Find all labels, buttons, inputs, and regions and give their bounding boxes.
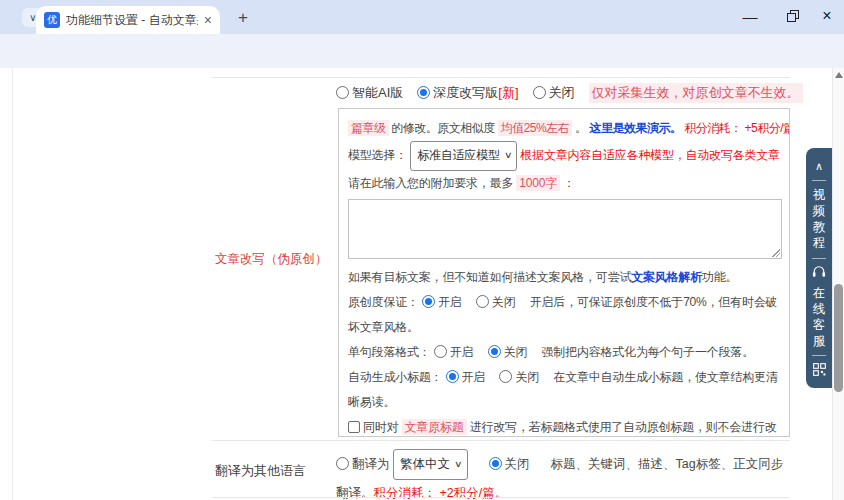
collapse-widget-button[interactable]: ∧ [815, 160, 823, 173]
language-select[interactable]: 繁体中文∨ [393, 449, 468, 480]
radio-label: 关闭 [549, 85, 575, 100]
widget-divider [812, 180, 826, 181]
rewrite-section-label: 文章改写（伪原创） [215, 251, 328, 268]
radio-mode-off[interactable]: 关闭 [533, 84, 575, 102]
radio-label: 开启 [462, 370, 486, 384]
radio-selected-icon [489, 457, 502, 470]
row-divider-top [212, 77, 790, 78]
radio-label: 翻译为 [352, 457, 390, 471]
radio-label: 关闭 [504, 345, 528, 359]
tab-title: 功能细节设置 - 自动文章采集 [66, 12, 198, 29]
close-tab-icon[interactable]: × [204, 13, 212, 27]
browser-window: ∨ 优 功能细节设置 - 自动文章采集 × + — × ← → [0, 0, 844, 500]
chevron-down-icon: ∨ [504, 143, 512, 168]
extra-req-text: ： [560, 176, 575, 190]
row-divider-middle [212, 440, 790, 441]
subheading-label: 自动生成小标题： [348, 370, 442, 384]
chapter-level-highlight: 篇章级 [348, 120, 389, 136]
radio-selected-icon [446, 370, 459, 383]
single-paragraph-label: 单句段落格式： [348, 345, 431, 359]
minimize-button[interactable]: — [735, 4, 765, 28]
style-tip-text: 功能。 [702, 270, 737, 284]
style-tip-text: 如果有目标文案，但不知道如何描述文案风格，可尝试 [348, 270, 631, 284]
title-rewrite-checkbox[interactable] [348, 421, 360, 433]
translate-section-label: 翻译为其他语言 [215, 462, 306, 480]
title-rewrite-line: 同时对 文章原标题 进行改写，若标题格式使用了自动原创标题，则不会进行改写。 [348, 415, 780, 437]
radio-label: 关闭 [505, 457, 530, 471]
tab-strip: ∨ 优 功能细节设置 - 自动文章采集 × + — × [0, 0, 844, 34]
similarity-highlight: 均值25%左右 [498, 120, 573, 136]
originality-line: 原创度保证： 开启 关闭 开启后，可保证原创度不低于70%，但有时会破坏文章风格… [348, 290, 780, 340]
mode-note: 仅对采集生效，对原创文章不生效。 [589, 83, 803, 103]
radio-label: 开启 [450, 345, 474, 359]
video-tutorial-tab[interactable]: 视频教程 [812, 187, 826, 251]
single-paragraph-note: 强制把内容格式化为每个句子一个段落。 [542, 345, 754, 359]
model-note: 根据文章内容自适应各种模型，自动改写各类文章 [520, 148, 780, 162]
scroll-up-arrow-icon[interactable] [835, 72, 843, 78]
subheading-line: 自动生成小标题： 开启 关闭 在文章中自动生成小标题，使文章结构更清晰易读。 [348, 365, 780, 415]
title-rewrite-text: 同时对 [363, 420, 402, 434]
language-select-value: 繁体中文 [400, 451, 450, 477]
widget-divider [812, 258, 826, 259]
summary-text: 的修改。原文相似度 [389, 121, 498, 135]
left-divider [12, 68, 13, 500]
qr-code-icon[interactable] [813, 363, 826, 376]
radio-single-par-on[interactable]: 开启 [434, 345, 474, 359]
rewrite-detail-box: 篇章级 的修改。原文相似度 均值25%左右 。 这里是效果演示。 积分消耗： +… [338, 108, 790, 437]
model-select-value: 标准自适应模型 [417, 143, 500, 168]
widget-divider [812, 355, 826, 356]
model-line: 模型选择： 标准自适应模型∨ 根据文章内容自适应各种模型，自动改写各类文章 [348, 141, 780, 171]
radio-subheading-on[interactable]: 开启 [446, 370, 486, 384]
restore-button[interactable] [778, 4, 808, 28]
cost-text: 积分消耗： +5积分/篇。 [681, 121, 790, 135]
radio-smart-ai[interactable]: 智能AI版 [336, 84, 403, 102]
radio-icon [476, 295, 489, 308]
radio-label: 智能AI版 [352, 85, 403, 100]
scrollbar-thumb[interactable] [834, 284, 843, 392]
radio-selected-icon [417, 86, 430, 99]
single-paragraph-line: 单句段落格式： 开启 关闭 强制把内容格式化为每个句子一个段落。 [348, 340, 780, 365]
new-badge: [新] [498, 85, 518, 100]
restore-icon [787, 10, 799, 22]
headset-icon [812, 265, 826, 278]
radio-label: 关闭 [515, 370, 539, 384]
page-scrollbar[interactable] [832, 68, 844, 500]
side-widget: ∧ 视频教程 在线客服 [806, 148, 832, 388]
close-window-button[interactable]: × [812, 4, 842, 28]
browser-toolbar: ← → ucaiyun.com/caiji/settings/ ☆ # ⋮ [0, 34, 844, 68]
chevron-down-icon: ∨ [454, 451, 463, 477]
radio-translate-off[interactable]: 关闭 [489, 457, 530, 471]
radio-originality-off[interactable]: 关闭 [476, 295, 516, 309]
style-analysis-link[interactable]: 文案风格解析 [631, 270, 702, 284]
style-tip-line: 如果有目标文案，但不知道如何描述文案风格，可尝试文案风格解析功能。 [348, 265, 780, 290]
radio-single-par-off[interactable]: 关闭 [488, 345, 528, 359]
demo-link[interactable]: 这里是效果演示。 [589, 121, 681, 135]
radio-label: 深度改写版 [433, 85, 498, 100]
original-title-highlight: 文章原标题 [402, 419, 467, 435]
radio-deep-rewrite[interactable]: 深度改写版[新] [417, 84, 518, 102]
radio-subheading-off[interactable]: 关闭 [499, 370, 539, 384]
radio-label: 开启 [438, 295, 462, 309]
browser-tab[interactable]: 优 功能细节设置 - 自动文章采集 × [36, 6, 220, 34]
radio-icon [434, 345, 447, 358]
radio-icon [533, 86, 546, 99]
site-favicon: 优 [44, 12, 60, 28]
radio-label: 关闭 [492, 295, 516, 309]
extra-requirement-textarea-wrap [348, 199, 782, 259]
online-service-tab[interactable]: 在线客服 [812, 285, 826, 349]
originality-label: 原创度保证： [348, 295, 419, 309]
extra-requirement-line: 请在此输入您的附加要求，最多 1000字 ： [348, 171, 780, 196]
model-label: 模型选择： [348, 148, 407, 162]
radio-icon [499, 370, 512, 383]
extra-req-text: 请在此输入您的附加要求，最多 [348, 176, 516, 190]
char-limit-highlight: 1000字 [516, 175, 560, 191]
new-tab-button[interactable]: + [233, 8, 253, 28]
extra-requirement-textarea[interactable] [348, 199, 782, 259]
rewrite-mode-row: 智能AI版 深度改写版[新] 关闭 仅对采集生效，对原创文章不生效。 [336, 83, 803, 103]
radio-selected-icon [488, 345, 501, 358]
model-select[interactable]: 标准自适应模型∨ [410, 141, 517, 171]
radio-icon [336, 457, 349, 470]
radio-translate[interactable]: 翻译为 [336, 457, 390, 471]
radio-originality-on[interactable]: 开启 [422, 295, 462, 309]
page-content: 智能AI版 深度改写版[新] 关闭 仅对采集生效，对原创文章不生效。 篇章级 的… [0, 68, 832, 500]
